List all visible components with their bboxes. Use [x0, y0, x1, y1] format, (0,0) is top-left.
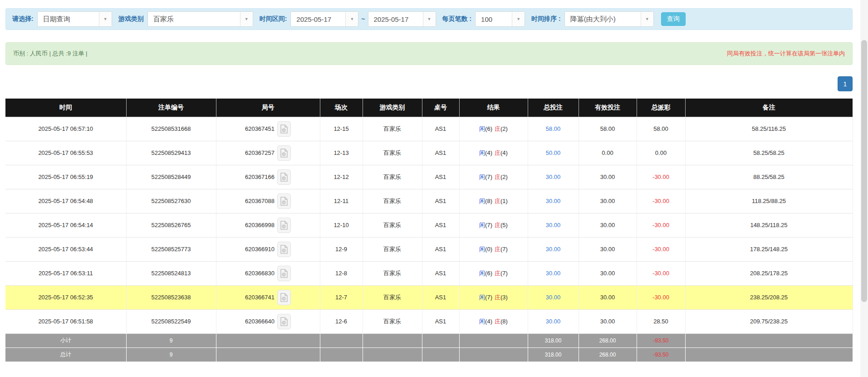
video-replay-button[interactable] [277, 218, 291, 233]
cell-result: 闲(7)庄(2) [459, 165, 528, 189]
video-replay-button[interactable] [277, 266, 291, 281]
result-banker-score: (5) [500, 222, 508, 228]
page-size-select[interactable]: 100 ▼ [475, 11, 525, 27]
cell-table-no: AS1 [422, 165, 459, 189]
total-bet-link[interactable]: 30.00 [546, 246, 561, 253]
total-bet-link[interactable]: 58.00 [546, 125, 561, 132]
cell-payout: -30.00 [637, 165, 685, 189]
total-bet-link[interactable]: 30.00 [546, 270, 561, 277]
total-bet-link[interactable]: 30.00 [546, 174, 561, 180]
page-size-label: 每页笔数 : [442, 15, 472, 23]
cell-note: 148.25/118.25 [685, 213, 853, 237]
cell-time: 2025-05-17 06:53:44 [5, 237, 126, 261]
video-replay-button[interactable] [277, 169, 291, 185]
video-replay-button[interactable] [277, 290, 291, 305]
cell-round-no: 620367451 [216, 117, 320, 141]
header-time: 时间 [5, 99, 126, 117]
table-row: 2025-05-17 06:54:14 522508526765 6203669… [5, 213, 853, 237]
round-no-text: 620366741 [245, 294, 275, 301]
result-banker-score: (1) [500, 198, 508, 204]
cell-valid-bet: 30.00 [579, 261, 637, 285]
result-banker-score: (2) [500, 174, 508, 180]
result-player-score: (7) [485, 174, 492, 180]
scrollbar-thumb[interactable] [861, 40, 867, 302]
total-bet-link[interactable]: 30.00 [546, 222, 561, 228]
cell-round-no: 620367257 [216, 141, 320, 165]
round-no-text: 620367088 [245, 198, 275, 204]
total-bet-link[interactable]: 30.00 [546, 294, 561, 301]
chevron-down-icon[interactable]: ▼ [641, 12, 653, 26]
total-valid-bet: 268.00 [579, 347, 637, 362]
header-table-no: 桌号 [422, 99, 459, 117]
query-type-select[interactable]: 日期查询 ▼ [37, 11, 112, 27]
subtotal-total-bet: 318.00 [528, 333, 579, 347]
chevron-down-icon[interactable]: ▼ [423, 12, 436, 26]
cell-bet-no: 522508529413 [126, 141, 216, 165]
video-replay-button[interactable] [277, 145, 291, 161]
video-replay-button[interactable] [277, 242, 291, 257]
page-size-value: 100 [476, 12, 512, 26]
summary-bar: 币别 : 人民币 | 总共 :9 注单 | 同局有效投注，统一计算在该局第一张注… [5, 42, 853, 65]
cell-time: 2025-05-17 06:55:53 [5, 141, 126, 165]
result-banker: 庄 [495, 174, 500, 180]
cell-game-category: 百家乐 [363, 165, 422, 189]
cell-session: 12-6 [320, 309, 363, 333]
cell-round-no: 620366830 [216, 261, 320, 285]
total-bet-link[interactable]: 30.00 [546, 198, 561, 204]
video-replay-button[interactable] [277, 314, 291, 329]
date-from-select[interactable]: 2025-05-17 ▼ [290, 11, 358, 27]
time-sort-select[interactable]: 降冪(由大到小) ▼ [564, 11, 654, 27]
chevron-down-icon[interactable]: ▼ [99, 12, 112, 26]
result-player: 闲 [479, 174, 485, 180]
cell-payout: -30.00 [637, 285, 685, 309]
film-icon [280, 124, 288, 134]
header-bet-no: 注单编号 [126, 99, 216, 117]
cell-time: 2025-05-17 06:52:35 [5, 285, 126, 309]
film-icon [280, 245, 288, 254]
cell-result: 闲(6)庄(2) [459, 117, 528, 141]
result-player: 闲 [479, 149, 485, 156]
cell-bet-no: 522508531668 [126, 117, 216, 141]
cell-total-bet: 30.00 [528, 309, 579, 333]
cell-valid-bet: 30.00 [579, 213, 637, 237]
cell-valid-bet: 0.00 [579, 141, 637, 165]
game-category-select[interactable]: 百家乐 ▼ [147, 11, 253, 27]
chevron-down-icon[interactable]: ▼ [240, 12, 253, 26]
cell-time: 2025-05-17 06:51:58 [5, 309, 126, 333]
film-icon [280, 269, 288, 278]
total-count: 9 [126, 347, 216, 362]
cell-payout: -30.00 [637, 237, 685, 261]
chevron-down-icon[interactable]: ▼ [345, 12, 358, 26]
cell-total-bet: 30.00 [528, 165, 579, 189]
cell-time: 2025-05-17 06:55:19 [5, 165, 126, 189]
scrollbar-track[interactable] [860, 0, 868, 377]
total-bet-link[interactable]: 50.00 [546, 149, 561, 156]
search-button[interactable]: 查询 [661, 12, 686, 26]
cell-total-bet: 30.00 [528, 213, 579, 237]
result-player: 闲 [479, 246, 485, 253]
result-player: 闲 [479, 125, 485, 132]
table-row: 2025-05-17 06:55:53 522508529413 6203672… [5, 141, 853, 165]
date-to-select[interactable]: 2025-05-17 ▼ [368, 11, 436, 27]
cell-note: 58.25/58.25 [685, 141, 853, 165]
video-replay-button[interactable] [277, 121, 291, 137]
cell-game-category: 百家乐 [363, 141, 422, 165]
video-replay-button[interactable] [277, 193, 291, 209]
result-banker-score: (3) [500, 294, 508, 301]
cell-valid-bet: 58.00 [579, 117, 637, 141]
total-bet-link[interactable]: 30.00 [546, 318, 561, 325]
result-banker-score: (8) [500, 318, 508, 325]
chevron-down-icon[interactable]: ▼ [512, 12, 525, 26]
cell-valid-bet: 30.00 [579, 285, 637, 309]
cell-time: 2025-05-17 06:54:14 [5, 213, 126, 237]
table-row: 2025-05-17 06:54:48 522508527630 6203670… [5, 189, 853, 213]
film-icon [280, 149, 288, 158]
result-banker: 庄 [495, 294, 500, 301]
page-1-button[interactable]: 1 [838, 76, 853, 91]
result-player-score: (6) [485, 125, 492, 132]
result-player: 闲 [479, 222, 485, 228]
date-to-value: 2025-05-17 [368, 12, 423, 26]
cell-session: 12-10 [320, 213, 363, 237]
cell-valid-bet: 30.00 [579, 189, 637, 213]
total-payout: -93.50 [637, 347, 685, 362]
